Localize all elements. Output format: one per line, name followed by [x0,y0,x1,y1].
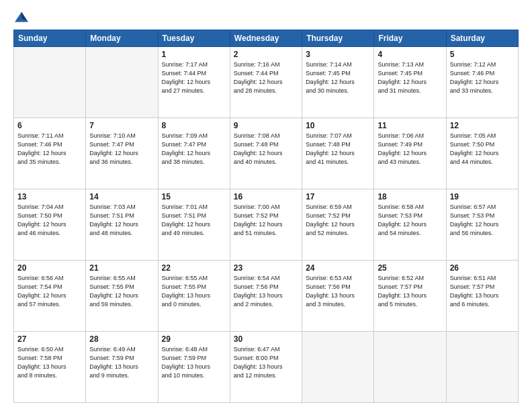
calendar-day: 13Sunrise: 7:04 AM Sunset: 7:50 PM Dayli… [14,189,86,261]
day-info: Sunrise: 7:17 AM Sunset: 7:44 PM Dayligh… [162,60,226,95]
calendar-day: 24Sunrise: 6:53 AM Sunset: 7:56 PM Dayli… [302,261,374,332]
day-number: 17 [306,192,370,201]
calendar-day: 27Sunrise: 6:50 AM Sunset: 7:58 PM Dayli… [14,332,86,403]
calendar-day: 18Sunrise: 6:58 AM Sunset: 7:53 PM Dayli… [374,189,446,261]
day-number: 12 [450,121,515,130]
day-number: 25 [378,263,442,273]
day-number: 5 [450,50,515,59]
day-number: 2 [234,50,298,59]
calendar-day: 26Sunrise: 6:51 AM Sunset: 7:57 PM Dayli… [446,261,518,332]
day-number: 21 [89,263,154,273]
day-info: Sunrise: 6:55 AM Sunset: 7:55 PM Dayligh… [89,274,154,309]
day-number: 15 [162,192,226,201]
calendar-header-sunday: Sunday [14,30,86,47]
day-info: Sunrise: 7:11 AM Sunset: 7:46 PM Dayligh… [17,132,82,167]
calendar-day: 6Sunrise: 7:11 AM Sunset: 7:46 PM Daylig… [14,118,86,189]
day-number: 20 [17,263,82,273]
day-info: Sunrise: 6:59 AM Sunset: 7:52 PM Dayligh… [306,203,370,238]
day-number: 24 [306,263,370,273]
calendar-day: 29Sunrise: 6:48 AM Sunset: 7:59 PM Dayli… [158,332,230,403]
day-number: 6 [17,121,82,130]
day-info: Sunrise: 6:53 AM Sunset: 7:56 PM Dayligh… [306,274,370,309]
calendar-header-wednesday: Wednesday [230,30,302,47]
calendar-week-4: 27Sunrise: 6:50 AM Sunset: 7:58 PM Dayli… [14,332,519,403]
header [13,11,519,24]
calendar-day: 14Sunrise: 7:03 AM Sunset: 7:51 PM Dayli… [86,189,158,261]
calendar-day: 15Sunrise: 7:01 AM Sunset: 7:51 PM Dayli… [158,189,230,261]
day-info: Sunrise: 6:54 AM Sunset: 7:56 PM Dayligh… [234,274,298,309]
day-number: 1 [162,50,226,59]
day-info: Sunrise: 7:05 AM Sunset: 7:50 PM Dayligh… [450,132,515,167]
day-info: Sunrise: 7:12 AM Sunset: 7:46 PM Dayligh… [450,60,515,95]
day-info: Sunrise: 7:03 AM Sunset: 7:51 PM Dayligh… [89,203,154,238]
calendar-header-friday: Friday [374,30,446,47]
day-number: 4 [378,50,442,59]
day-number: 8 [162,121,226,130]
day-number: 19 [450,192,515,201]
calendar-day: 22Sunrise: 6:55 AM Sunset: 7:55 PM Dayli… [158,261,230,332]
calendar-day: 4Sunrise: 7:13 AM Sunset: 7:45 PM Daylig… [374,47,446,118]
calendar-day: 10Sunrise: 7:07 AM Sunset: 7:48 PM Dayli… [302,118,374,189]
calendar-day [302,332,374,403]
calendar-week-3: 20Sunrise: 6:56 AM Sunset: 7:54 PM Dayli… [14,261,519,332]
calendar-day: 7Sunrise: 7:10 AM Sunset: 7:47 PM Daylig… [86,118,158,189]
calendar-header-thursday: Thursday [302,30,374,47]
day-number: 18 [378,192,442,201]
day-info: Sunrise: 6:47 AM Sunset: 8:00 PM Dayligh… [234,345,298,380]
calendar-table: SundayMondayTuesdayWednesdayThursdayFrid… [13,30,519,403]
calendar-header-tuesday: Tuesday [158,30,230,47]
calendar-day [86,47,158,118]
calendar-day [446,332,518,403]
calendar-day: 20Sunrise: 6:56 AM Sunset: 7:54 PM Dayli… [14,261,86,332]
day-info: Sunrise: 7:06 AM Sunset: 7:49 PM Dayligh… [378,132,442,167]
calendar-day: 28Sunrise: 6:49 AM Sunset: 7:59 PM Dayli… [86,332,158,403]
calendar-day: 23Sunrise: 6:54 AM Sunset: 7:56 PM Dayli… [230,261,302,332]
calendar-week-2: 13Sunrise: 7:04 AM Sunset: 7:50 PM Dayli… [14,189,519,261]
day-number: 30 [234,334,298,344]
calendar-day: 16Sunrise: 7:00 AM Sunset: 7:52 PM Dayli… [230,189,302,261]
day-info: Sunrise: 7:09 AM Sunset: 7:47 PM Dayligh… [162,132,226,167]
page: SundayMondayTuesdayWednesdayThursdayFrid… [0,0,532,411]
calendar-day: 21Sunrise: 6:55 AM Sunset: 7:55 PM Dayli… [86,261,158,332]
day-number: 26 [450,263,515,273]
calendar-day: 19Sunrise: 6:57 AM Sunset: 7:53 PM Dayli… [446,189,518,261]
day-number: 13 [17,192,82,201]
logo [13,11,32,24]
day-info: Sunrise: 6:50 AM Sunset: 7:58 PM Dayligh… [17,345,82,380]
calendar-day: 5Sunrise: 7:12 AM Sunset: 7:46 PM Daylig… [446,47,518,118]
day-info: Sunrise: 6:51 AM Sunset: 7:57 PM Dayligh… [450,274,515,309]
day-info: Sunrise: 6:52 AM Sunset: 7:57 PM Dayligh… [378,274,442,309]
calendar-day: 12Sunrise: 7:05 AM Sunset: 7:50 PM Dayli… [446,118,518,189]
day-info: Sunrise: 6:48 AM Sunset: 7:59 PM Dayligh… [162,345,226,380]
day-number: 28 [89,334,154,344]
day-number: 29 [162,334,226,344]
day-number: 10 [306,121,370,130]
calendar-header-monday: Monday [86,30,158,47]
calendar-day [14,47,86,118]
calendar-header-saturday: Saturday [446,30,518,47]
day-info: Sunrise: 6:58 AM Sunset: 7:53 PM Dayligh… [378,203,442,238]
calendar-day: 3Sunrise: 7:14 AM Sunset: 7:45 PM Daylig… [302,47,374,118]
calendar-header-row: SundayMondayTuesdayWednesdayThursdayFrid… [14,30,519,47]
day-number: 7 [89,121,154,130]
day-number: 14 [89,192,154,201]
day-info: Sunrise: 7:10 AM Sunset: 7:47 PM Dayligh… [89,132,154,167]
calendar-day [374,332,446,403]
day-info: Sunrise: 7:00 AM Sunset: 7:52 PM Dayligh… [234,203,298,238]
day-info: Sunrise: 7:04 AM Sunset: 7:50 PM Dayligh… [17,203,82,238]
day-info: Sunrise: 7:07 AM Sunset: 7:48 PM Dayligh… [306,132,370,167]
calendar-day: 25Sunrise: 6:52 AM Sunset: 7:57 PM Dayli… [374,261,446,332]
day-info: Sunrise: 6:56 AM Sunset: 7:54 PM Dayligh… [17,274,82,309]
calendar-day: 8Sunrise: 7:09 AM Sunset: 7:47 PM Daylig… [158,118,230,189]
calendar-day: 9Sunrise: 7:08 AM Sunset: 7:48 PM Daylig… [230,118,302,189]
logo-icon [13,11,30,24]
day-info: Sunrise: 7:08 AM Sunset: 7:48 PM Dayligh… [234,132,298,167]
day-number: 23 [234,263,298,273]
calendar-day: 30Sunrise: 6:47 AM Sunset: 8:00 PM Dayli… [230,332,302,403]
calendar-day: 1Sunrise: 7:17 AM Sunset: 7:44 PM Daylig… [158,47,230,118]
day-number: 9 [234,121,298,130]
calendar-week-0: 1Sunrise: 7:17 AM Sunset: 7:44 PM Daylig… [14,47,519,118]
day-number: 3 [306,50,370,59]
calendar-day: 2Sunrise: 7:16 AM Sunset: 7:44 PM Daylig… [230,47,302,118]
calendar-day: 17Sunrise: 6:59 AM Sunset: 7:52 PM Dayli… [302,189,374,261]
